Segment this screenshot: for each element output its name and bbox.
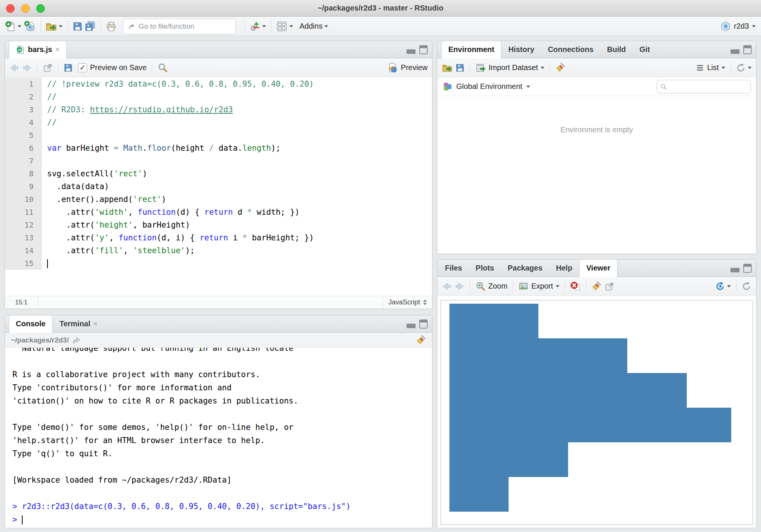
- addins-button[interactable]: Addins: [300, 22, 328, 31]
- maximize-pane-icon[interactable]: [419, 320, 428, 329]
- new-file-button[interactable]: [5, 21, 21, 32]
- code-line[interactable]: 4//: [5, 116, 432, 129]
- code-line[interactable]: 7: [5, 154, 432, 167]
- tab-terminal[interactable]: Terminal ×: [53, 315, 105, 332]
- minimize-pane-icon[interactable]: [406, 324, 416, 328]
- tab-plots[interactable]: Plots: [469, 260, 501, 277]
- tab-environment[interactable]: Environment: [441, 41, 501, 58]
- code-line[interactable]: 14 .attr('fill', 'steelblue');: [5, 244, 432, 257]
- code-line[interactable]: 15: [5, 257, 432, 270]
- checkbox-check-icon[interactable]: ✓: [78, 63, 87, 72]
- tab-connections-label: Connections: [548, 45, 593, 54]
- environment-scope-label[interactable]: Global Environment: [456, 82, 523, 91]
- goto-file-function-input[interactable]: [139, 22, 231, 31]
- goto-directory-icon[interactable]: [72, 336, 81, 345]
- version-control-dropdown-icon[interactable]: [262, 25, 266, 28]
- list-view-button[interactable]: List: [695, 63, 725, 72]
- clear-viewer-broom-icon[interactable]: [591, 281, 602, 291]
- maximize-pane-icon[interactable]: [743, 264, 752, 273]
- tab-close-icon[interactable]: ×: [93, 320, 98, 328]
- save-button[interactable]: [73, 21, 83, 31]
- code-line[interactable]: 13 .attr('y', function(d, i) { return i …: [5, 231, 432, 244]
- clear-environment-broom-icon[interactable]: [555, 63, 565, 73]
- preview-button[interactable]: Preview: [387, 63, 428, 73]
- version-control-button[interactable]: [250, 21, 266, 32]
- maximize-pane-icon[interactable]: [419, 45, 428, 54]
- save-file-icon[interactable]: [64, 63, 73, 72]
- preview-on-save-checkbox[interactable]: ✓ Preview on Save: [78, 63, 147, 72]
- import-dataset-dropdown-icon[interactable]: [541, 67, 544, 69]
- code-line[interactable]: 3// R2D3: https://rstudio.github.io/r2d3: [5, 103, 432, 116]
- tab-git[interactable]: Git: [633, 41, 657, 58]
- new-project-button[interactable]: [24, 21, 35, 32]
- find-replace-icon[interactable]: [157, 63, 168, 73]
- workspace-panes-dropdown-icon[interactable]: [289, 25, 293, 28]
- tab-help[interactable]: Help: [549, 260, 579, 277]
- sync-button[interactable]: [715, 281, 731, 291]
- minimize-pane-icon[interactable]: [730, 268, 740, 272]
- tab-packages[interactable]: Packages: [501, 260, 549, 277]
- new-file-dropdown-icon[interactable]: [18, 25, 21, 28]
- refresh-environment-button[interactable]: [736, 63, 752, 73]
- import-dataset-button[interactable]: Import Dataset: [475, 63, 544, 73]
- print-button[interactable]: [106, 21, 116, 32]
- tab-bars-js[interactable]: bars.js ×: [9, 41, 67, 58]
- refresh-dropdown-icon[interactable]: [748, 67, 752, 69]
- workspace-panes-button[interactable]: [276, 21, 293, 32]
- forward-icon[interactable]: [22, 63, 32, 73]
- sync-dropdown-icon[interactable]: [727, 285, 731, 287]
- cursor-position[interactable]: 15:1: [5, 296, 38, 309]
- environment-scope-dropdown-icon[interactable]: [526, 86, 530, 88]
- code-line[interactable]: 10 .enter().append('rect'): [5, 193, 432, 206]
- back-icon[interactable]: [9, 63, 19, 73]
- tab-close-icon[interactable]: ×: [55, 45, 60, 54]
- environment-search-box[interactable]: [657, 80, 751, 93]
- viewer-back-icon[interactable]: [442, 281, 452, 291]
- language-selector[interactable]: JavaScript: [383, 296, 432, 309]
- tab-connections[interactable]: Connections: [541, 41, 600, 58]
- export-dropdown-icon[interactable]: [556, 285, 559, 287]
- viewer-refresh-icon[interactable]: [742, 281, 752, 291]
- tab-viewer[interactable]: Viewer: [579, 260, 617, 277]
- zoom-button[interactable]: Zoom: [475, 281, 507, 291]
- viewer-popout-icon[interactable]: [605, 281, 614, 291]
- code-line[interactable]: 9 .data(data): [5, 180, 432, 193]
- clear-console-broom-icon[interactable]: [416, 335, 426, 345]
- code-line[interactable]: 11 .attr('width', function(d) { return d…: [5, 206, 432, 219]
- close-window-button[interactable]: [6, 4, 15, 13]
- save-workspace-icon[interactable]: [455, 63, 465, 72]
- export-button[interactable]: Export: [518, 281, 559, 291]
- tab-console[interactable]: Console: [9, 315, 53, 333]
- viewer-forward-icon[interactable]: [455, 281, 465, 291]
- zoom-window-button[interactable]: [36, 4, 45, 13]
- open-file-button[interactable]: [46, 21, 63, 32]
- tab-history[interactable]: History: [501, 41, 541, 58]
- toolbar-separator: [470, 280, 470, 293]
- addins-dropdown-icon[interactable]: [324, 25, 328, 28]
- environment-search-input[interactable]: [669, 83, 747, 90]
- code-line[interactable]: 1// !preview r2d3 data=c(0.3, 0.6, 0.8, …: [5, 78, 432, 90]
- load-workspace-icon[interactable]: [442, 63, 452, 73]
- code-line[interactable]: 5: [5, 129, 432, 142]
- goto-file-function-box[interactable]: [123, 18, 236, 34]
- project-dropdown-icon[interactable]: [752, 25, 756, 28]
- minimize-pane-icon[interactable]: [406, 49, 416, 54]
- minimize-window-button[interactable]: [21, 4, 30, 13]
- code-editor[interactable]: 1// !preview r2d3 data=c(0.3, 0.6, 0.8, …: [5, 78, 432, 296]
- console-output[interactable]: Natural language support but running in …: [5, 348, 432, 528]
- maximize-pane-icon[interactable]: [743, 45, 752, 54]
- minimize-pane-icon[interactable]: [730, 49, 740, 54]
- console-prompt[interactable]: >: [12, 513, 432, 526]
- code-line[interactable]: 2//: [5, 90, 432, 103]
- popout-icon[interactable]: [43, 63, 53, 73]
- project-chooser[interactable]: r2d3: [720, 21, 756, 32]
- code-line[interactable]: 6var barHeight = Math.floor(height / dat…: [5, 142, 432, 154]
- save-all-button[interactable]: [85, 21, 96, 32]
- code-line[interactable]: 8svg.selectAll('rect'): [5, 167, 432, 180]
- open-recent-dropdown-icon[interactable]: [59, 25, 63, 28]
- tab-files[interactable]: Files: [437, 260, 469, 277]
- code-line[interactable]: 12 .attr('height', barHeight): [5, 219, 432, 231]
- tab-build[interactable]: Build: [600, 41, 633, 58]
- list-view-dropdown-icon[interactable]: [721, 67, 725, 69]
- remove-viewer-item-icon[interactable]: [570, 281, 581, 291]
